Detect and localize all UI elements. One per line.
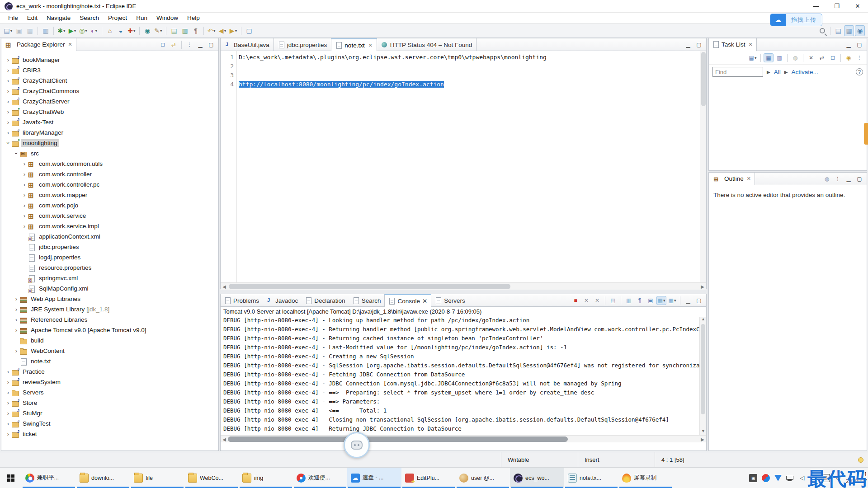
back-icon[interactable]: ◀▾ bbox=[217, 25, 227, 36]
maximize-icon[interactable]: ▢ bbox=[206, 40, 216, 49]
close-button[interactable]: ✕ bbox=[847, 0, 868, 12]
menu-edit[interactable]: Edit bbox=[23, 14, 42, 22]
scroll-left-icon[interactable]: ◀ bbox=[221, 436, 228, 443]
view-menu-icon[interactable]: ⋮ bbox=[184, 40, 194, 49]
close-tab-icon[interactable]: ✕ bbox=[368, 42, 373, 48]
console-horizontal-scrollbar[interactable]: ◀ ▶ bbox=[221, 435, 706, 442]
tree-item[interactable]: ›CrazyChatServer bbox=[1, 96, 218, 107]
close-icon[interactable]: ✕ bbox=[749, 42, 753, 47]
view-tab-console[interactable]: Console✕ bbox=[384, 294, 431, 307]
expand-arrow-icon[interactable]: › bbox=[21, 212, 28, 219]
activate-link[interactable]: Activate... bbox=[791, 69, 818, 75]
tree-item[interactable]: ›com.work.service bbox=[1, 211, 218, 221]
minimize-view-icon[interactable]: ▁ bbox=[683, 40, 693, 49]
last-edit-icon[interactable]: ↶▾ bbox=[207, 25, 217, 36]
view-tab-servers[interactable]: Servers bbox=[431, 294, 469, 307]
tree-item[interactable]: ›Servers bbox=[1, 387, 218, 398]
view-tab-declaration[interactable]: Declaration bbox=[302, 294, 349, 307]
taskbar-app-folder[interactable]: img bbox=[239, 468, 293, 488]
close-icon[interactable]: ✕ bbox=[747, 176, 751, 182]
coverage-icon[interactable]: ◎▾ bbox=[78, 25, 88, 36]
taskbar-app-folder[interactable]: WebCo... bbox=[184, 468, 239, 488]
junit-icon[interactable]: ✚▾ bbox=[127, 25, 137, 36]
expand-arrow-icon[interactable]: › bbox=[5, 431, 11, 437]
expand-arrow-icon[interactable]: › bbox=[13, 296, 19, 302]
floating-assistant-button[interactable] bbox=[344, 432, 370, 458]
collapse-all-icon[interactable]: ⊟ bbox=[158, 40, 168, 49]
database-icon[interactable]: ◒ bbox=[116, 25, 126, 36]
tree-item[interactable]: ›moonlighting bbox=[1, 138, 218, 148]
start-button[interactable] bbox=[0, 468, 22, 488]
tree-item[interactable]: ›CBIR3 bbox=[1, 65, 218, 75]
taskbar-app-eclipse[interactable]: ecs_wo... bbox=[510, 468, 564, 488]
view-tab-search[interactable]: Search bbox=[349, 294, 385, 307]
tree-item[interactable]: ›CrazyChatClient bbox=[1, 75, 218, 86]
tree-item[interactable]: ›Store bbox=[1, 398, 218, 408]
maximize-view-icon[interactable]: ▢ bbox=[694, 40, 704, 49]
scroll-down-icon[interactable]: ▼ bbox=[700, 429, 707, 435]
taskbar-app-folder[interactable]: file bbox=[130, 468, 184, 488]
shield-tray-icon[interactable] bbox=[774, 475, 782, 481]
taskbar-app-sudisk[interactable]: ☁速盘 - ... bbox=[347, 468, 401, 488]
tree-item[interactable]: ›reviewSystem bbox=[1, 377, 218, 387]
tree-item[interactable]: ›CrazyChatCommons bbox=[1, 86, 218, 96]
new-task-icon[interactable]: ▤▾ bbox=[748, 53, 758, 62]
tree-item[interactable]: ›Practice bbox=[1, 366, 218, 377]
speaker-tray-icon[interactable]: ◁ bbox=[798, 474, 806, 482]
presentation-icon[interactable]: ◍ bbox=[822, 174, 832, 183]
tree-item[interactable]: ›WebContent bbox=[1, 346, 218, 356]
terminate-icon[interactable]: ■ bbox=[571, 296, 580, 305]
taskbar-app-crt[interactable]: user @... bbox=[456, 468, 510, 488]
focus-workweek-icon[interactable]: ⇄ bbox=[817, 53, 827, 62]
view-tab-javadoc[interactable]: Javadoc bbox=[263, 294, 302, 307]
find-input[interactable] bbox=[712, 67, 763, 77]
debug-icon[interactable]: ✱▾ bbox=[57, 25, 66, 36]
maximize-icon[interactable]: ▢ bbox=[854, 174, 864, 183]
tab-task-list[interactable]: Task List ✕ bbox=[709, 38, 757, 51]
tree-item[interactable]: ›com.work.service.impl bbox=[1, 221, 218, 231]
expand-arrow-icon[interactable]: › bbox=[13, 327, 19, 333]
tree-item[interactable]: ›Javafx-Test bbox=[1, 117, 218, 127]
expand-arrow-icon[interactable]: › bbox=[21, 223, 28, 230]
tab-package-explorer[interactable]: Package Explorer ✕ bbox=[1, 38, 76, 51]
profile-icon[interactable]: ◐▾ bbox=[89, 25, 99, 36]
tree-item[interactable]: ›com.work.controller.pc bbox=[1, 179, 218, 190]
tree-item[interactable]: ›bookManager bbox=[1, 55, 218, 65]
tree-item[interactable]: log4j.properties bbox=[1, 252, 218, 263]
expand-arrow-icon[interactable]: › bbox=[5, 129, 11, 136]
pin-console-icon[interactable]: ▣ bbox=[646, 296, 656, 305]
maximize-button[interactable]: ❐ bbox=[826, 0, 847, 12]
taskbar-app-welcome[interactable]: 欢迎使... bbox=[293, 468, 347, 488]
expand-arrow-icon[interactable]: › bbox=[5, 67, 11, 74]
open-perspective-icon[interactable]: ▤ bbox=[833, 25, 843, 36]
expand-arrow-icon[interactable]: › bbox=[21, 192, 28, 198]
minimize-icon[interactable]: ▁ bbox=[683, 296, 693, 305]
editor-tab-http-status-404-not-found[interactable]: HTTP Status 404 – Not Found bbox=[377, 38, 476, 51]
view-menu-icon[interactable]: ⋮ bbox=[833, 174, 843, 183]
tree-item[interactable]: ›CrazyChatWeb bbox=[1, 107, 218, 117]
expand-arrow-icon[interactable]: › bbox=[5, 108, 11, 115]
remove-all-icon[interactable]: ✕ bbox=[592, 296, 602, 305]
remove-launch-icon[interactable]: ✕ bbox=[581, 296, 591, 305]
show-categorized-icon[interactable]: ▦ bbox=[764, 53, 774, 62]
menu-project[interactable]: Project bbox=[104, 14, 132, 22]
maximize-view-icon[interactable]: ▢ bbox=[854, 40, 864, 49]
search-icon[interactable] bbox=[817, 25, 827, 36]
expand-arrow-icon[interactable]: › bbox=[5, 410, 11, 417]
expand-arrow-icon[interactable]: › bbox=[5, 379, 11, 385]
expand-arrow-icon[interactable]: › bbox=[5, 56, 11, 63]
view-menu-icon[interactable]: ⋮ bbox=[854, 53, 864, 62]
tree-item[interactable]: ›ticket bbox=[1, 429, 218, 439]
tree-item[interactable]: ›Referenced Libraries bbox=[1, 314, 218, 325]
pin-editor-icon[interactable]: ▢ bbox=[244, 25, 254, 36]
scroll-right-icon[interactable]: ▶ bbox=[699, 436, 706, 443]
perspective-java-icon[interactable]: ◉ bbox=[855, 25, 865, 36]
word-wrap-icon[interactable]: ¶ bbox=[635, 296, 645, 305]
hide-completed-icon[interactable]: ✕ bbox=[806, 53, 816, 62]
tree-item[interactable]: ›SwingTest bbox=[1, 418, 218, 429]
tree-item[interactable]: ›StuMgr bbox=[1, 408, 218, 418]
expand-arrow-icon[interactable]: › bbox=[5, 77, 11, 84]
annotate-icon[interactable]: ✎▾ bbox=[153, 25, 163, 36]
text-editor[interactable]: 1234 D:\ecs_work\.metadata\.plugins\org.… bbox=[221, 51, 706, 282]
minimize-icon[interactable]: ▁ bbox=[195, 40, 205, 49]
